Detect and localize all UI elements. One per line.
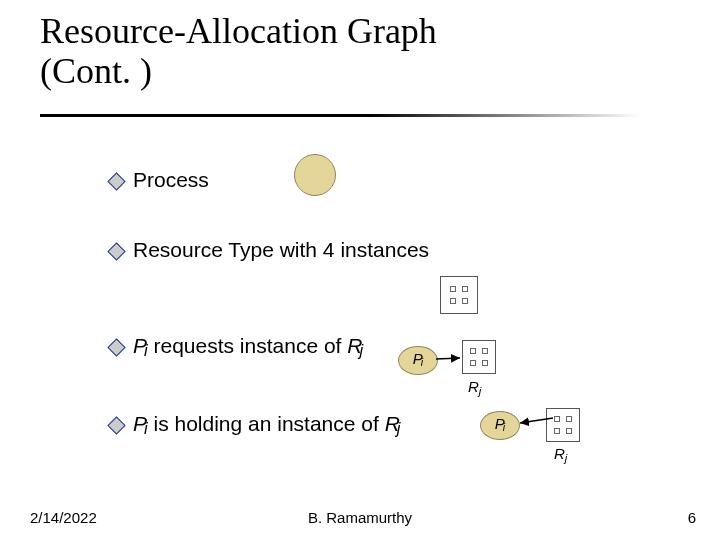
- instance-dot: [462, 298, 468, 304]
- bullet-icon: [107, 242, 125, 260]
- slide: Resource-Allocation Graph (Cont. ) Proce…: [0, 0, 720, 540]
- instance-dot: [566, 416, 572, 422]
- resource-box-4-icon: [440, 276, 478, 314]
- rj-box-requests: [462, 340, 496, 374]
- instance-dot: [450, 286, 456, 292]
- bullet-icon: [107, 338, 125, 356]
- process-circle-icon: [294, 154, 336, 196]
- bullet-resource4: Resource Type with 4 instances: [110, 238, 429, 262]
- pi-node-requests: Pi: [398, 346, 438, 375]
- title-line-1: Resource-Allocation Graph: [40, 11, 437, 51]
- rj-label-holding: Rj: [554, 445, 567, 462]
- bullet-process-text: Process: [133, 168, 209, 192]
- slide-title: Resource-Allocation Graph (Cont. ): [40, 12, 437, 91]
- bullet-holding: Pi is holding an instance of Rj: [110, 412, 400, 436]
- svg-line-0: [436, 358, 460, 359]
- instance-dot: [470, 348, 476, 354]
- instance-dot: [482, 348, 488, 354]
- footer-author: B. Ramamurthy: [0, 509, 720, 526]
- bullet-holding-text: Pi is holding an instance of Rj: [133, 412, 400, 436]
- instance-dot: [450, 298, 456, 304]
- title-underline: [40, 114, 640, 117]
- instance-dot: [470, 360, 476, 366]
- bullet-process: Process: [110, 168, 209, 192]
- pi-node-holding: Pi: [480, 411, 520, 440]
- footer-page-number: 6: [688, 509, 696, 526]
- bullet-icon: [107, 172, 125, 190]
- instance-dot: [566, 428, 572, 434]
- bullet-icon: [107, 416, 125, 434]
- instance-dot: [482, 360, 488, 366]
- rj-label-requests: Rj: [468, 378, 481, 395]
- instance-dot: [462, 286, 468, 292]
- instance-dot: [554, 416, 560, 422]
- title-line-2: (Cont. ): [40, 51, 152, 91]
- bullet-requests: Pi requests instance of Rj: [110, 334, 363, 358]
- rj-box-holding: [546, 408, 580, 442]
- bullet-requests-text: Pi requests instance of Rj: [133, 334, 363, 358]
- instance-dot: [554, 428, 560, 434]
- bullet-resource4-text: Resource Type with 4 instances: [133, 238, 429, 262]
